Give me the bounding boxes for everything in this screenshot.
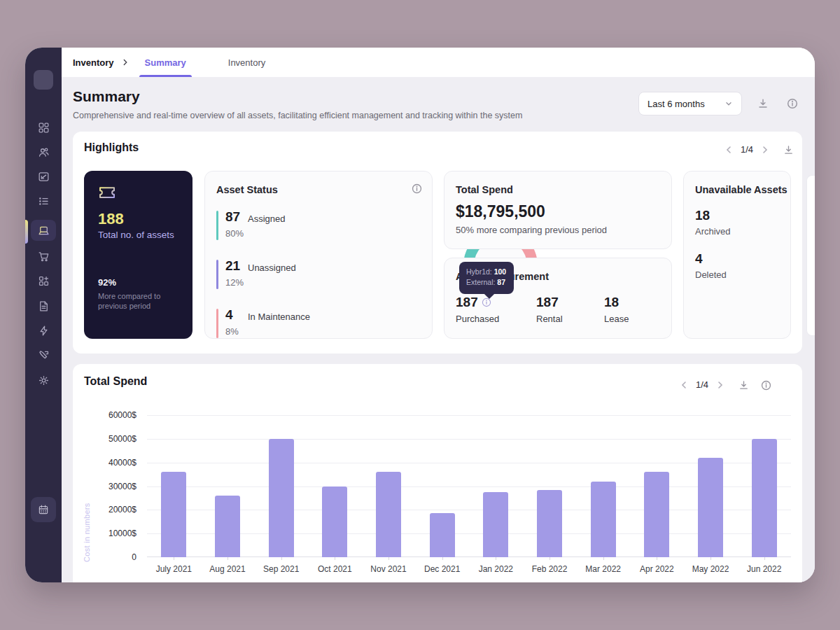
info-icon [481, 297, 492, 308]
sidebar-item-add-widget[interactable] [31, 270, 56, 291]
bar-Jan 2022[interactable] [483, 492, 508, 557]
x-tick [710, 557, 711, 560]
status-value: 4 [225, 307, 233, 323]
chevron-right-icon[interactable] [715, 380, 725, 390]
status-label: Unassigned [248, 262, 296, 273]
chevron-left-icon[interactable] [724, 145, 734, 155]
sidebar-item-users[interactable] [31, 141, 56, 162]
x-tick [174, 557, 174, 560]
header-download-button[interactable] [755, 95, 771, 112]
procurement-tooltip: Hybr1d: 100 External: 87 [459, 262, 514, 294]
x-tick-label: Jan 2022 [479, 564, 513, 574]
grid-plus-icon [37, 274, 50, 288]
gridline [147, 439, 791, 440]
gridline [147, 486, 791, 487]
laptop-icon [37, 224, 50, 237]
next-card-sliver [806, 175, 815, 336]
x-tick-label: Apr 2022 [640, 564, 674, 574]
x-tick-label: May 2022 [692, 564, 729, 574]
bar-Mar 2022[interactable] [591, 482, 616, 557]
x-tick [496, 557, 496, 560]
chevron-left-icon[interactable] [679, 380, 689, 390]
bar-Aug 2021[interactable] [215, 496, 240, 557]
bar-Jun 2022[interactable] [752, 439, 777, 557]
total-spend-card: Total Spend $18,795,500 50% more compari… [444, 171, 672, 249]
cart-icon [37, 250, 50, 263]
sidebar-item-checklist[interactable] [31, 190, 56, 211]
sidebar-item-reports[interactable] [31, 166, 56, 187]
highlights-page-indicator: 1/4 [741, 144, 753, 155]
sidebar-item-assets[interactable] [31, 220, 56, 241]
bar-Dec 2021[interactable] [430, 513, 455, 557]
x-tick-label: July 2021 [156, 564, 192, 574]
gridline [147, 533, 791, 534]
bar-Feb 2022[interactable] [537, 490, 562, 557]
y-tick-label: 60000$ [108, 410, 136, 420]
bar-July 2021[interactable] [161, 472, 186, 557]
sidebar-item-dashboard[interactable] [31, 117, 56, 138]
app-window: Inventory Summary Inventory Summary Comp… [25, 48, 815, 582]
sidebar-item-support[interactable] [31, 344, 56, 365]
total-spend-subtitle: 50% more comparing previous period [456, 225, 607, 235]
sidebar-item-settings[interactable] [31, 370, 56, 391]
highlights-panel: Highlights 1/4 188 Total no. of assets [73, 132, 802, 354]
sidebar-item-orders[interactable] [31, 246, 56, 267]
x-tick [550, 557, 550, 560]
x-axis-line [147, 556, 791, 557]
x-tick [764, 557, 765, 560]
x-tick-label: Aug 2021 [209, 564, 245, 574]
x-tick-label: Dec 2021 [424, 564, 460, 574]
spend-info-button[interactable] [757, 377, 774, 393]
gear-icon [37, 374, 50, 387]
stat-label: Lease [604, 314, 629, 324]
bar-Sep 2021[interactable] [269, 439, 294, 557]
total-assets-delta: 92% [98, 277, 116, 288]
download-icon [757, 97, 769, 110]
chevron-right-icon[interactable] [760, 145, 770, 155]
total-assets-delta-label: More compared to previous period [98, 291, 172, 311]
spend-section-title: Total Spend [84, 375, 147, 388]
content-area: Summary Comprehensive and real-time over… [62, 77, 815, 582]
x-tick-label: Jun 2022 [747, 564, 781, 574]
bar-May 2022[interactable] [698, 458, 723, 557]
x-tick-label: Feb 2022 [532, 564, 568, 574]
x-tick [442, 557, 443, 560]
asset-status-info-button[interactable] [408, 180, 425, 197]
period-selector[interactable]: Last 6 months [638, 92, 742, 115]
bar-Apr 2022[interactable] [644, 472, 669, 557]
y-tick-label: 10000$ [108, 528, 136, 538]
sidebar-item-automations[interactable] [31, 320, 56, 341]
main-area: Inventory Summary Inventory Summary Comp… [62, 48, 815, 582]
purchased-info-button[interactable] [481, 297, 492, 308]
x-tick-label: Nov 2021 [370, 564, 406, 574]
total-spend-panel: Total Spend 1/4 Cost in numbers 010000$2… [73, 364, 802, 582]
tab-summary[interactable]: Summary [139, 48, 192, 77]
y-tick-label: 20000$ [108, 505, 136, 514]
bar-Oct 2021[interactable] [322, 486, 347, 558]
status-color-bar [216, 211, 218, 240]
x-tick [388, 557, 389, 560]
x-tick [281, 557, 282, 560]
page-title: Summary [73, 88, 140, 105]
procurement-stat-rental: 187 Rental [536, 295, 563, 324]
info-icon [760, 379, 772, 391]
bar-Nov 2021[interactable] [376, 472, 401, 557]
status-label: Assigned [248, 214, 285, 224]
stat-label: Rental [536, 314, 563, 324]
page-subtitle: Comprehensive and real-time overview of … [73, 111, 522, 120]
sidebar-item-calendar[interactable] [31, 497, 56, 522]
tooltip-line: Hybr1d: 100 [466, 267, 514, 277]
status-value: 87 [225, 209, 240, 225]
stat-value: 187 [536, 295, 563, 310]
app-logo [34, 70, 53, 90]
x-tick [657, 557, 657, 560]
document-icon [37, 300, 50, 313]
y-tick-label: 40000$ [108, 458, 136, 468]
header-info-button[interactable] [784, 95, 801, 112]
spend-download-button[interactable] [735, 377, 752, 393]
highlights-download-button[interactable] [780, 141, 797, 158]
tab-inventory[interactable]: Inventory [223, 48, 271, 77]
gridline [147, 510, 791, 510]
sidebar-item-documents[interactable] [31, 295, 56, 316]
tooltip-line: External: 87 [466, 277, 514, 288]
